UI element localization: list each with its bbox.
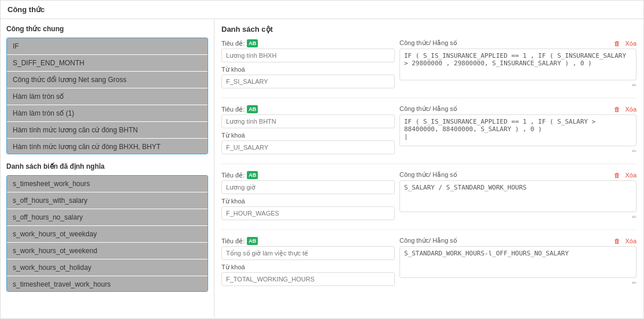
right-formula-2: Công thức/ Hằng số 🗑 Xóa S_SALARY / S_ST… xyxy=(399,171,636,224)
list-item[interactable]: Công thức đổi lương Net sang Gross xyxy=(7,72,208,88)
formula-row: Tiêu đề: AB Từ khoá Công thức/ Hằng số 🗑… xyxy=(221,39,636,98)
right-panel-title: Danh sách cột xyxy=(221,25,636,34)
tieude-input-1[interactable] xyxy=(221,114,395,128)
ab-badge-2: AB xyxy=(247,171,258,179)
formula-textarea-1[interactable]: IF ( S_IS_INSURANCE_APPLIED == 1 , IF ( … xyxy=(399,114,636,146)
delete-icon-2[interactable]: 🗑 xyxy=(614,172,620,179)
right-formula-1: Công thức/ Hằng số 🗑 Xóa IF ( S_IS_INSUR… xyxy=(399,105,636,158)
formula-rows-container: Tiêu đề: AB Từ khoá Công thức/ Hằng số 🗑… xyxy=(221,39,636,295)
formula-textarea-3[interactable]: S_STANDARD_WORK_HOURS-l_OFF_HOURS_NO_SAL… xyxy=(399,246,636,278)
formula-row: Tiêu đề: AB Từ khoá Công thức/ Hằng số 🗑… xyxy=(221,105,636,164)
edit-icon-1[interactable]: ✏ xyxy=(399,148,636,154)
tukhoa-label-0: Từ khoá xyxy=(221,66,395,73)
list-item[interactable]: s_off_hours_with_salary xyxy=(7,192,208,209)
tieuде-label-1: Tiêu đề: AB xyxy=(221,105,395,113)
list-item[interactable]: S_DIFF_END_MONTH xyxy=(7,55,208,72)
tieude-input-3[interactable] xyxy=(221,246,395,260)
list-item[interactable]: s_work_hours_ot_weekday xyxy=(7,226,208,243)
page-body: Công thức chung IFS_DIFF_END_MONTHCông t… xyxy=(1,19,643,317)
tieuде-label-0: Tiêu đề: AB xyxy=(221,39,395,47)
ab-badge-1: AB xyxy=(247,105,258,113)
left-inputs-0: Tiêu đề: AB Từ khoá xyxy=(221,39,395,92)
tukhoa-label-2: Từ khoá xyxy=(221,198,395,205)
ab-badge-0: AB xyxy=(247,39,258,47)
tukhoa-label-3: Từ khoá xyxy=(221,264,395,271)
formula-row: Tiêu đề: AB Từ khoá Công thức/ Hằng số 🗑… xyxy=(221,237,636,295)
list-item[interactable]: s_off_hours_no_salary xyxy=(7,209,208,226)
list-item[interactable]: Hàm tính mức lương căn cứ đóng BHTN xyxy=(7,122,208,139)
formula-list-box: IFS_DIFF_END_MONTHCông thức đổi lương Ne… xyxy=(6,38,208,154)
tukhoa-input-3[interactable] xyxy=(221,272,395,286)
congthuc-label-1: Công thức/ Hằng số xyxy=(399,105,609,113)
xoa-link-2[interactable]: Xóa xyxy=(625,172,636,179)
left-panel: Công thức chung IFS_DIFF_END_MONTHCông t… xyxy=(1,19,214,317)
congthuc-label-3: Công thức/ Hằng số xyxy=(399,237,609,244)
tukhoa-label-1: Từ khoá xyxy=(221,132,395,139)
right-formula-0: Công thức/ Hằng số 🗑 Xóa IF ( S_IS_INSUR… xyxy=(399,39,636,92)
tukhoa-input-1[interactable] xyxy=(221,140,395,154)
list-item[interactable]: s_work_hours_ot_holiday xyxy=(7,259,208,276)
list-item[interactable]: Hàm tính mức lương căn cứ đóng BHXH, BHY… xyxy=(7,139,208,154)
right-panel: Danh sách cột Tiêu đề: AB Từ khoá Công t… xyxy=(214,19,643,317)
xoa-link-1[interactable]: Xóa xyxy=(625,106,636,113)
edit-icon-0[interactable]: ✏ xyxy=(399,82,636,88)
list-item[interactable]: Hàm làm tròn số (1) xyxy=(7,105,208,122)
variable-list-scroll[interactable]: s_timesheet_work_hourss_off_hours_with_s… xyxy=(7,176,208,291)
formula-textarea-0[interactable]: IF ( S_IS_INSURANCE_APPLIED == 1 , IF ( … xyxy=(399,49,636,80)
formula-header-3: Công thức/ Hằng số 🗑 Xóa xyxy=(399,237,636,244)
list-item[interactable]: s_work_hours_ot_weekend xyxy=(7,243,208,259)
delete-icon-1[interactable]: 🗑 xyxy=(614,106,620,113)
section1-title: Công thức chung xyxy=(6,25,208,33)
edit-icon-2[interactable]: ✏ xyxy=(399,214,636,220)
list-item[interactable]: s_timesheet_work_hours xyxy=(7,176,208,192)
formula-header-0: Công thức/ Hằng số 🗑 Xóa xyxy=(399,39,636,47)
left-inputs-1: Tiêu đề: AB Từ khoá xyxy=(221,105,395,158)
formula-header-2: Công thức/ Hằng số 🗑 Xóa xyxy=(399,171,636,179)
congthuc-label-2: Công thức/ Hằng số xyxy=(399,171,609,179)
delete-icon-0[interactable]: 🗑 xyxy=(614,40,620,47)
tieude-input-0[interactable] xyxy=(221,49,395,62)
section2-title: Danh sách biến đã định nghĩa xyxy=(6,162,208,170)
edit-icon-3[interactable]: ✏ xyxy=(399,280,636,286)
tukhoa-input-2[interactable] xyxy=(221,206,395,220)
ab-badge-3: AB xyxy=(247,237,258,245)
xoa-link-3[interactable]: Xóa xyxy=(625,238,636,244)
congthuc-label-0: Công thức/ Hằng số xyxy=(399,39,609,47)
left-inputs-3: Tiêu đề: AB Từ khoá xyxy=(221,237,395,290)
list-item[interactable]: Hàm làm tròn số xyxy=(7,88,208,105)
formula-row: Tiêu đề: AB Từ khoá Công thức/ Hằng số 🗑… xyxy=(221,171,636,230)
tieuде-label-3: Tiêu đề: AB xyxy=(221,237,395,245)
right-formula-3: Công thức/ Hằng số 🗑 Xóa S_STANDARD_WORK… xyxy=(399,237,636,290)
variable-list-box: s_timesheet_work_hourss_off_hours_with_s… xyxy=(6,175,208,292)
formula-list-scroll[interactable]: IFS_DIFF_END_MONTHCông thức đổi lương Ne… xyxy=(7,38,208,154)
delete-icon-3[interactable]: 🗑 xyxy=(614,238,620,244)
left-inputs-2: Tiêu đề: AB Từ khoá xyxy=(221,171,395,224)
tukhoa-input-0[interactable] xyxy=(221,75,395,88)
tieuде-label-2: Tiêu đề: AB xyxy=(221,171,395,179)
page-title: Công thức xyxy=(1,1,643,19)
list-item[interactable]: s_timesheet_travel_work_hours xyxy=(7,276,208,291)
formula-textarea-2[interactable]: S_SALARY / S_STANDARD_WORK_HOURS xyxy=(399,180,636,212)
formula-header-1: Công thức/ Hằng số 🗑 Xóa xyxy=(399,105,636,113)
page-container: Công thức Công thức chung IFS_DIFF_END_M… xyxy=(0,0,644,319)
list-item[interactable]: IF xyxy=(7,38,208,55)
tieude-input-2[interactable] xyxy=(221,180,395,194)
xoa-link-0[interactable]: Xóa xyxy=(625,40,636,47)
